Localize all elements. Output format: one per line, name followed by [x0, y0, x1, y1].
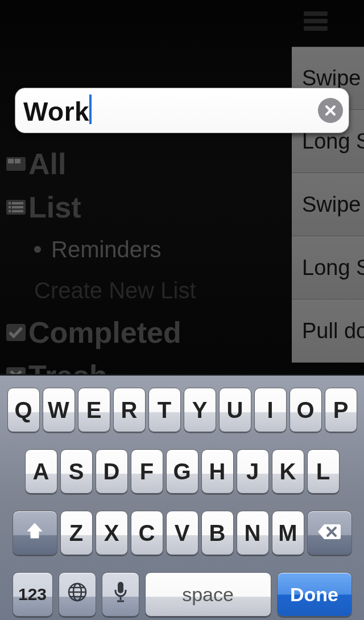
- key-letter[interactable]: V: [166, 511, 198, 555]
- task-row[interactable]: Pull do: [292, 299, 364, 363]
- key-letter[interactable]: B: [201, 511, 234, 555]
- key-letter[interactable]: E: [78, 388, 110, 432]
- key-letter[interactable]: Q: [7, 388, 40, 432]
- task-row[interactable]: Swipe l: [292, 173, 364, 236]
- sidebar-item-reminders[interactable]: Reminders: [0, 229, 290, 270]
- done-key[interactable]: Done: [277, 572, 352, 617]
- sidebar-item-trash[interactable]: Trash: [0, 354, 290, 376]
- checkbox-icon: [3, 324, 28, 341]
- key-letter[interactable]: Y: [184, 388, 216, 432]
- svg-rect-14: [118, 582, 123, 593]
- backspace-key[interactable]: [307, 511, 352, 555]
- key-letter[interactable]: A: [25, 449, 57, 494]
- space-key[interactable]: space: [145, 572, 271, 617]
- bullet-icon: [34, 246, 51, 253]
- keyboard-row: 123 space Done: [0, 572, 364, 617]
- numbers-key[interactable]: 123: [13, 572, 53, 617]
- key-letter[interactable]: O: [289, 388, 322, 432]
- sidebar-item-label: All: [28, 147, 66, 181]
- key-letter[interactable]: G: [166, 449, 198, 494]
- sidebar-item-label: Completed: [28, 315, 181, 350]
- mic-icon: [114, 581, 127, 609]
- app-background: Swipe l Long S Swipe l Long S Pull do Al…: [0, 0, 364, 376]
- svg-rect-6: [9, 206, 11, 208]
- ios-keyboard: Q W E R T Y U I O P A S D F G H J K L Z …: [0, 374, 364, 620]
- svg-rect-9: [12, 210, 23, 212]
- globe-icon: [67, 582, 88, 607]
- sidebar-item-all[interactable]: All: [0, 142, 290, 186]
- key-letter[interactable]: L: [307, 449, 340, 494]
- sidebar-item-completed[interactable]: Completed: [0, 311, 290, 354]
- list-name-value: Work: [23, 95, 318, 127]
- svg-rect-4: [9, 202, 11, 204]
- clear-text-button[interactable]: [318, 98, 343, 123]
- key-letter[interactable]: M: [272, 511, 304, 555]
- shift-key[interactable]: [13, 511, 57, 555]
- list-name-input[interactable]: Work: [15, 88, 349, 133]
- list-icon: [3, 200, 28, 215]
- text-caret: [89, 95, 92, 124]
- key-letter[interactable]: J: [237, 449, 269, 494]
- backspace-icon: [317, 521, 341, 545]
- svg-rect-8: [9, 210, 11, 212]
- key-letter[interactable]: T: [148, 388, 181, 432]
- key-letter[interactable]: H: [201, 449, 234, 494]
- key-letter[interactable]: I: [254, 388, 287, 432]
- sidebar-nav: All List Reminders Create New List Compl…: [0, 142, 290, 376]
- key-letter[interactable]: F: [131, 449, 163, 494]
- key-letter[interactable]: R: [113, 388, 146, 432]
- shift-icon: [25, 521, 44, 545]
- key-letter[interactable]: D: [96, 449, 128, 494]
- sidebar-item-label: Create New List: [34, 278, 196, 303]
- svg-rect-7: [12, 206, 23, 208]
- svg-rect-2: [15, 159, 20, 163]
- sidebar-item-label: Reminders: [51, 237, 161, 262]
- sidebar-item-list[interactable]: List: [0, 186, 290, 229]
- grid-icon: [3, 157, 28, 171]
- keyboard-row: A S D F G H J K L: [0, 449, 364, 494]
- key-letter[interactable]: P: [325, 388, 357, 432]
- svg-rect-1: [8, 159, 14, 163]
- key-letter[interactable]: N: [237, 511, 269, 555]
- key-letter[interactable]: S: [60, 449, 93, 494]
- keyboard-row: Z X C V B N M: [0, 511, 364, 555]
- globe-key[interactable]: [59, 572, 96, 617]
- key-letter[interactable]: X: [96, 511, 128, 555]
- keyboard-row: Q W E R T Y U I O P: [0, 388, 364, 432]
- key-letter[interactable]: U: [219, 388, 251, 432]
- key-letter[interactable]: W: [43, 388, 75, 432]
- svg-rect-5: [12, 202, 23, 204]
- menu-button[interactable]: [304, 11, 328, 31]
- key-letter[interactable]: C: [131, 511, 163, 555]
- sidebar-item-label: List: [28, 190, 81, 224]
- sidebar-item-label: Trash: [28, 359, 107, 376]
- dictation-key[interactable]: [102, 572, 139, 617]
- key-letter[interactable]: K: [272, 449, 304, 494]
- sidebar-item-create-new-list[interactable]: Create New List: [0, 270, 290, 311]
- key-letter[interactable]: Z: [60, 511, 93, 555]
- task-row[interactable]: Long S: [292, 236, 364, 299]
